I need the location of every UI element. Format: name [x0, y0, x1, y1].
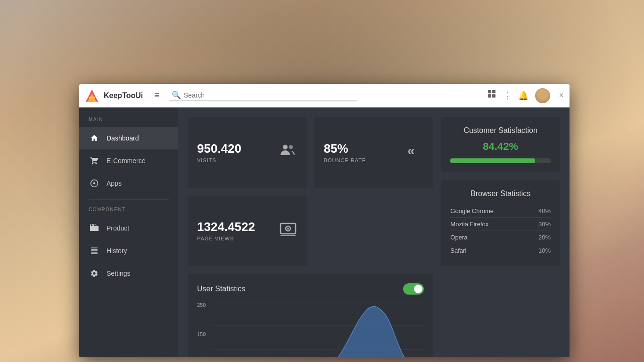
browser-name-chrome: Google Chrome — [450, 207, 494, 214]
satisfaction-title: Customer Satisfaction — [450, 126, 551, 135]
sidebar-item-dashboard[interactable]: Dashboard — [79, 127, 178, 149]
stat-card-visits: 950.420 VISITS — [188, 117, 307, 188]
sidebar-label-settings: Settings — [107, 270, 131, 277]
browser-name-opera: Opera — [450, 234, 467, 241]
sidebar-label-dashboard: Dashboard — [107, 134, 139, 142]
stat-info-pageviews: 1324.4522 PAGE VIEWS — [197, 220, 255, 241]
app-title: KeepTooUi — [104, 91, 143, 100]
sidebar-item-settings[interactable]: Settings — [79, 262, 178, 285]
browser-stats-card: Browser Statistics Google Chrome 40% Moz… — [441, 180, 560, 266]
apps-icon — [89, 178, 100, 189]
satisfaction-value: 84.42% — [450, 140, 551, 153]
content-area: 950.420 VISITS 85% BOUNCE RATE — [178, 107, 570, 357]
search-input[interactable] — [184, 91, 355, 99]
browser-name-firefox: Mozila Firefox — [450, 221, 488, 228]
sidebar-item-apps[interactable]: Apps — [79, 172, 178, 195]
pageviews-icon — [279, 220, 297, 242]
browser-row-firefox: Mozila Firefox 30% — [450, 218, 551, 231]
sidebar-item-product[interactable]: Product — [79, 217, 178, 239]
close-button[interactable]: × — [559, 90, 564, 100]
browser-stats-title: Browser Statistics — [450, 189, 551, 198]
search-container: 🔍 — [169, 90, 357, 101]
y-label-150: 150 — [197, 331, 206, 337]
svg-rect-5 — [492, 90, 495, 93]
satisfaction-card: Customer Satisfaction 84.42% — [441, 117, 560, 173]
stat-value-bounce: 85% — [324, 142, 366, 156]
sidebar-main-label: MAIN — [79, 117, 178, 127]
browser-name-safari: Safari — [450, 247, 466, 254]
svg-text:«: « — [407, 143, 415, 158]
sidebar-component-label: COMPONENT — [79, 207, 178, 217]
stat-card-pageviews: 1324.4522 PAGE VIEWS — [188, 196, 307, 267]
sidebar-item-history[interactable]: History — [79, 239, 178, 262]
svg-point-9 — [93, 182, 96, 185]
chart-title: User Statistics — [197, 285, 245, 293]
chart-header: User Statistics — [197, 283, 424, 295]
grid-icon[interactable] — [488, 90, 496, 101]
hamburger-button[interactable]: ≡ — [152, 89, 161, 102]
svg-rect-7 — [492, 94, 495, 98]
stat-value-visits: 950.420 — [197, 142, 241, 156]
browser-row-safari: Safari 10% — [450, 244, 551, 257]
sidebar-divider — [89, 199, 169, 200]
browser-row-opera: Opera 20% — [450, 231, 551, 244]
stat-value-pageviews: 1324.4522 — [197, 220, 255, 234]
visits-icon — [279, 141, 297, 164]
search-icon: 🔍 — [172, 90, 181, 99]
sidebar-label-ecommerce: E-Commerce — [107, 157, 145, 165]
stat-card-bounce: 85% BOUNCE RATE « — [314, 117, 434, 188]
svg-point-15 — [287, 228, 289, 230]
right-panel: Customer Satisfaction 84.42% Browser Sta… — [441, 117, 560, 266]
more-options-icon[interactable]: ⋮ — [503, 90, 512, 101]
svg-point-11 — [289, 145, 293, 149]
chart-card: User Statistics 250 150 100 50 — [188, 274, 433, 357]
svg-point-10 — [283, 145, 288, 149]
svg-rect-6 — [488, 94, 491, 98]
y-label-250: 250 — [197, 302, 206, 308]
avatar[interactable] — [535, 88, 550, 103]
product-icon — [89, 222, 100, 234]
chart-svg — [211, 302, 424, 357]
titlebar: KeepTooUi ≡ 🔍 ⋮ 🔔 × — [79, 84, 570, 107]
browser-row-chrome: Google Chrome 40% — [450, 205, 551, 218]
stat-label-pageviews: PAGE VIEWS — [197, 236, 255, 241]
sidebar-label-history: History — [107, 247, 127, 255]
progress-bar-fill — [450, 158, 535, 163]
browser-pct-opera: 20% — [538, 234, 551, 241]
sidebar-item-ecommerce[interactable]: E-Commerce — [79, 149, 178, 172]
browser-pct-safari: 10% — [538, 247, 551, 254]
browser-pct-firefox: 30% — [538, 221, 551, 228]
home-icon — [89, 132, 100, 144]
app-logo — [85, 89, 99, 103]
progress-bar-bg — [450, 158, 551, 163]
stat-info-bounce: 85% BOUNCE RATE — [324, 142, 366, 163]
main-area: MAIN Dashboard E-Commerce — [79, 107, 570, 357]
titlebar-right: ⋮ 🔔 × — [488, 88, 564, 103]
bounce-icon: « — [405, 141, 424, 164]
history-icon — [89, 245, 100, 256]
browser-pct-chrome: 40% — [538, 207, 551, 214]
ecommerce-icon — [89, 155, 100, 166]
stat-label-visits: VISITS — [197, 157, 241, 163]
sidebar-label-apps: Apps — [107, 180, 122, 187]
settings-icon — [89, 268, 100, 279]
sidebar-label-product: Product — [107, 224, 129, 232]
toggle-switch[interactable] — [403, 283, 424, 295]
sidebar: MAIN Dashboard E-Commerce — [79, 107, 178, 357]
bell-icon[interactable]: 🔔 — [518, 90, 528, 101]
svg-rect-4 — [488, 90, 491, 93]
app-window: KeepTooUi ≡ 🔍 ⋮ 🔔 × — [79, 84, 570, 357]
stat-info-visits: 950.420 VISITS — [197, 142, 241, 163]
stat-label-bounce: BOUNCE RATE — [324, 157, 366, 163]
